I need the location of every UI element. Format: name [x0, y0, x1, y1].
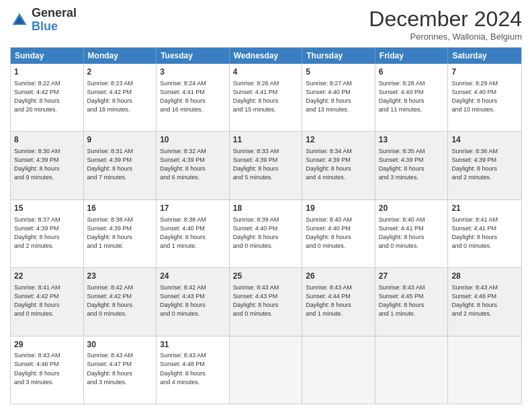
cell-line: Sunrise: 8:42 AM	[87, 283, 153, 292]
cell-line: and 11 minutes.	[379, 105, 445, 114]
cell-line: and 4 minutes.	[160, 378, 226, 387]
calendar-cell	[448, 336, 521, 404]
cell-line: and 0 minutes.	[14, 310, 80, 318]
day-number: 15	[14, 203, 80, 214]
cell-line: Sunset: 4:45 PM	[379, 292, 445, 301]
cell-line: Daylight: 8 hours	[451, 233, 518, 242]
day-number: 12	[306, 134, 371, 146]
day-number: 28	[451, 271, 518, 282]
cell-line: Sunrise: 8:30 AM	[14, 147, 80, 156]
cell-line: Sunrise: 8:43 AM	[160, 351, 226, 360]
day-number: 9	[87, 134, 153, 146]
cell-line: Sunrise: 8:33 AM	[233, 147, 299, 156]
day-number: 3	[160, 66, 226, 78]
calendar-cell: 29Sunrise: 8:43 AMSunset: 4:46 PMDayligh…	[11, 336, 84, 404]
cell-line: Daylight: 8 hours	[14, 165, 80, 173]
cell-line: Sunset: 4:47 PM	[87, 360, 153, 369]
cell-line: Sunset: 4:40 PM	[451, 88, 518, 97]
cell-line: Sunrise: 8:28 AM	[379, 79, 445, 88]
cell-line: and 7 minutes.	[87, 173, 153, 182]
cell-line: Sunset: 4:39 PM	[160, 156, 226, 165]
cell-line: Sunset: 4:48 PM	[160, 360, 226, 369]
day-number: 14	[451, 134, 518, 146]
cell-line: Sunset: 4:46 PM	[451, 292, 518, 301]
cell-line: Daylight: 8 hours	[379, 301, 445, 310]
cell-line: Sunrise: 8:43 AM	[306, 283, 371, 292]
day-number: 18	[233, 203, 299, 214]
calendar-cell: 11Sunrise: 8:33 AMSunset: 4:39 PMDayligh…	[230, 132, 303, 199]
day-number: 24	[160, 271, 226, 282]
cell-line: Daylight: 8 hours	[14, 301, 80, 310]
cell-line: Daylight: 8 hours	[306, 97, 371, 105]
cell-line: and 10 minutes.	[451, 105, 518, 114]
day-number: 16	[87, 203, 153, 214]
cell-line: Sunset: 4:42 PM	[87, 88, 153, 97]
cell-line: Sunset: 4:41 PM	[451, 224, 518, 233]
cell-line: Daylight: 8 hours	[379, 233, 445, 242]
cell-line: Sunrise: 8:36 AM	[451, 147, 518, 156]
day-number: 23	[87, 271, 153, 282]
cell-line: Daylight: 8 hours	[87, 233, 153, 242]
day-number: 6	[379, 66, 445, 78]
calendar-cell: 10Sunrise: 8:32 AMSunset: 4:39 PMDayligh…	[157, 132, 230, 199]
cell-line: Sunrise: 8:38 AM	[87, 216, 153, 224]
cell-line: Sunset: 4:41 PM	[233, 88, 299, 97]
cell-line: Sunset: 4:41 PM	[160, 88, 226, 97]
calendar-cell: 23Sunrise: 8:42 AMSunset: 4:42 PMDayligh…	[84, 268, 157, 335]
header-day-tuesday: Tuesday	[157, 48, 230, 64]
cell-line: and 4 minutes.	[306, 173, 371, 182]
cell-line: Sunrise: 8:41 AM	[451, 216, 518, 224]
cell-line: Daylight: 8 hours	[14, 97, 80, 105]
cell-line: Sunrise: 8:40 AM	[379, 216, 445, 224]
day-number: 2	[87, 66, 153, 78]
cell-line: Sunrise: 8:43 AM	[233, 283, 299, 292]
cell-line: Sunset: 4:40 PM	[160, 224, 226, 233]
cell-line: and 13 minutes.	[306, 105, 371, 114]
cell-line: and 1 minute.	[306, 310, 371, 318]
header-day-monday: Monday	[84, 48, 157, 64]
cell-line: and 3 minutes.	[379, 173, 445, 182]
cell-line: Sunset: 4:39 PM	[87, 224, 153, 233]
cell-line: and 6 minutes.	[160, 173, 226, 182]
calendar-cell: 13Sunrise: 8:35 AMSunset: 4:39 PMDayligh…	[375, 132, 449, 199]
calendar-row-2: 15Sunrise: 8:37 AMSunset: 4:39 PMDayligh…	[11, 200, 521, 268]
cell-line: Daylight: 8 hours	[451, 301, 518, 310]
calendar-cell: 1Sunrise: 8:22 AMSunset: 4:42 PMDaylight…	[11, 64, 84, 131]
cell-line: and 2 minutes.	[451, 310, 518, 318]
day-number: 17	[160, 203, 226, 214]
cell-line: and 0 minutes.	[233, 310, 299, 318]
cell-line: Daylight: 8 hours	[306, 233, 371, 242]
calendar-cell: 21Sunrise: 8:41 AMSunset: 4:41 PMDayligh…	[448, 200, 521, 267]
cell-line: Sunrise: 8:34 AM	[306, 147, 371, 156]
cell-line: and 16 minutes.	[160, 105, 226, 114]
cell-line: Daylight: 8 hours	[379, 165, 445, 173]
cell-line: Sunset: 4:43 PM	[233, 292, 299, 301]
cell-line: Sunrise: 8:35 AM	[379, 147, 445, 156]
cell-line: and 0 minutes.	[379, 242, 445, 250]
day-number: 29	[14, 339, 80, 351]
calendar-cell: 22Sunrise: 8:41 AMSunset: 4:42 PMDayligh…	[11, 268, 84, 335]
page: General Blue December 2024 Peronnes, Wal…	[0, 0, 532, 411]
calendar-cell: 25Sunrise: 8:43 AMSunset: 4:43 PMDayligh…	[230, 268, 303, 335]
cell-line: and 20 minutes.	[14, 105, 80, 114]
month-title: December 2024	[369, 7, 522, 32]
day-number: 11	[233, 134, 299, 146]
calendar-cell: 16Sunrise: 8:38 AMSunset: 4:39 PMDayligh…	[84, 200, 157, 267]
cell-line: Sunset: 4:40 PM	[379, 88, 445, 97]
cell-line: and 15 minutes.	[233, 105, 299, 114]
calendar-row-4: 29Sunrise: 8:43 AMSunset: 4:46 PMDayligh…	[11, 336, 521, 404]
title-block: December 2024 Peronnes, Wallonia, Belgiu…	[369, 7, 522, 42]
calendar-cell: 24Sunrise: 8:42 AMSunset: 4:43 PMDayligh…	[157, 268, 230, 335]
calendar-cell: 30Sunrise: 8:43 AMSunset: 4:47 PMDayligh…	[84, 336, 157, 404]
cell-line: Daylight: 8 hours	[306, 301, 371, 310]
cell-line: Daylight: 8 hours	[451, 97, 518, 105]
calendar-cell: 26Sunrise: 8:43 AMSunset: 4:44 PMDayligh…	[302, 268, 375, 335]
cell-line: Sunrise: 8:31 AM	[87, 147, 153, 156]
calendar-cell: 17Sunrise: 8:38 AMSunset: 4:40 PMDayligh…	[157, 200, 230, 267]
cell-line: Sunrise: 8:39 AM	[233, 216, 299, 224]
cell-line: and 0 minutes.	[87, 310, 153, 318]
day-number: 31	[160, 339, 226, 351]
calendar-cell: 9Sunrise: 8:31 AMSunset: 4:39 PMDaylight…	[84, 132, 157, 199]
cell-line: Sunset: 4:39 PM	[451, 156, 518, 165]
cell-line: Sunset: 4:40 PM	[233, 224, 299, 233]
